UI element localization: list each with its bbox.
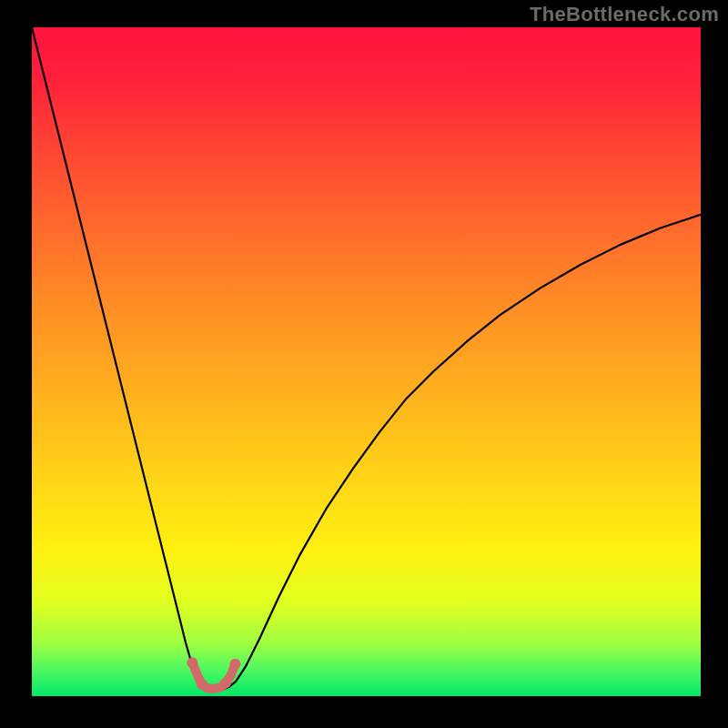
- sweet-spot-dot: [220, 677, 231, 688]
- chart-background-gradient: [32, 27, 701, 696]
- sweet-spot-dot: [197, 679, 207, 690]
- chart-frame: TheBottleneck.com: [0, 0, 728, 728]
- bottleneck-chart: [0, 0, 728, 728]
- sweet-spot-dot: [229, 659, 240, 670]
- watermark-text: TheBottleneck.com: [530, 3, 719, 26]
- sweet-spot-dot: [187, 657, 197, 668]
